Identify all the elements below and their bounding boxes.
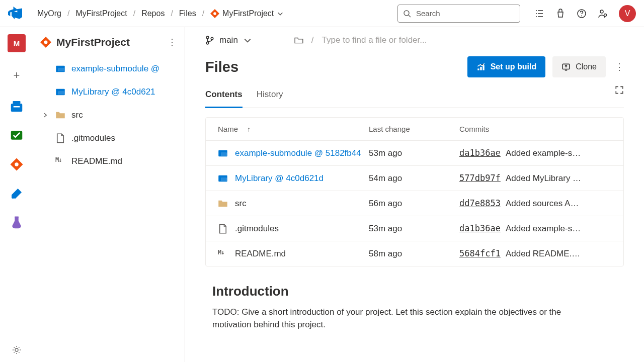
breadcrumb: MyOrg / MyFirstProject / Repos / Files /… bbox=[37, 9, 397, 18]
breadcrumb-repo[interactable]: MyFirstProject bbox=[210, 9, 284, 18]
tab-history[interactable]: History bbox=[257, 85, 283, 108]
commit-hash[interactable]: 5684fcf1 bbox=[459, 248, 501, 258]
work-items-icon[interactable] bbox=[534, 9, 544, 19]
table-row[interactable]: src56m agodd7e8853Added sources A… bbox=[206, 191, 623, 216]
svg-rect-26 bbox=[482, 65, 484, 70]
svg-rect-20 bbox=[58, 92, 64, 95]
svg-rect-8 bbox=[14, 106, 20, 108]
svg-point-5 bbox=[604, 14, 607, 16]
search-input[interactable]: Search bbox=[397, 5, 520, 23]
setup-build-button[interactable]: Set up build bbox=[467, 56, 546, 77]
nav-boards-icon[interactable] bbox=[9, 128, 24, 143]
folder-icon bbox=[294, 36, 303, 45]
commit-hash[interactable]: da1b36ae bbox=[459, 223, 501, 233]
svg-rect-17 bbox=[58, 68, 64, 71]
path-filter-input[interactable]: Type to find a file or folder... bbox=[322, 35, 427, 45]
readme-preview: Introduction TODO: Give a short introduc… bbox=[205, 266, 624, 348]
nav-pipelines-icon[interactable] bbox=[9, 186, 24, 201]
nav-overview-icon[interactable] bbox=[9, 99, 24, 114]
branch-selector[interactable]: main bbox=[205, 35, 252, 45]
submodule-icon bbox=[218, 148, 228, 158]
breadcrumb-subsection[interactable]: Files bbox=[179, 9, 196, 18]
sort-ascending-icon[interactable]: ↑ bbox=[247, 125, 251, 133]
svg-rect-24 bbox=[477, 68, 479, 70]
breadcrumb-project[interactable]: MyFirstProject bbox=[75, 9, 127, 18]
file-icon bbox=[218, 224, 228, 234]
nav-rail: M + bbox=[0, 27, 33, 362]
submodule-icon bbox=[55, 87, 65, 97]
help-icon[interactable] bbox=[577, 9, 587, 19]
fullscreen-icon[interactable] bbox=[615, 85, 624, 95]
svg-point-22 bbox=[206, 42, 209, 44]
folder-icon bbox=[218, 199, 228, 209]
tab-contents[interactable]: Contents bbox=[205, 85, 243, 108]
svg-point-23 bbox=[211, 37, 213, 40]
file-tree: MyFirstProject ⋮ example-submodule @MyLi… bbox=[33, 27, 185, 362]
svg-rect-33 bbox=[221, 177, 226, 180]
nav-add-button[interactable]: + bbox=[8, 66, 26, 84]
avatar[interactable]: V bbox=[619, 5, 636, 22]
tree-item[interactable]: M↓README.md bbox=[33, 150, 185, 173]
nav-repos-icon[interactable] bbox=[9, 157, 24, 172]
svg-rect-6 bbox=[11, 104, 23, 112]
commit-hash[interactable]: 577db97f bbox=[459, 173, 501, 183]
clone-button[interactable]: Clone bbox=[552, 56, 606, 77]
svg-point-0 bbox=[213, 12, 216, 15]
svg-rect-7 bbox=[13, 101, 21, 104]
commit-hash[interactable]: da1b36ae bbox=[459, 148, 501, 158]
svg-rect-30 bbox=[221, 152, 226, 155]
readme-body: TODO: Give a short introduction of your … bbox=[212, 306, 585, 331]
table-row[interactable]: MyLibrary @ 4c0d621d54m ago577db97fAdded… bbox=[206, 166, 623, 191]
table-row[interactable]: .gitmodules53m agoda1b36aeAdded example-… bbox=[206, 216, 623, 241]
repo-more-button[interactable]: ⋮ bbox=[168, 37, 177, 48]
file-table: Name↑ Last change Commits example-submod… bbox=[205, 117, 624, 266]
azure-devops-logo-icon[interactable] bbox=[8, 7, 22, 21]
svg-rect-25 bbox=[480, 67, 481, 70]
page-title: Files bbox=[205, 59, 467, 75]
svg-point-3 bbox=[581, 15, 582, 16]
marketplace-icon[interactable] bbox=[555, 9, 566, 19]
svg-point-14 bbox=[44, 41, 48, 44]
table-row[interactable]: M↓README.md58m ago5684fcf1Added README.… bbox=[206, 241, 623, 266]
svg-point-13 bbox=[15, 348, 18, 351]
markdown-icon: M↓ bbox=[218, 249, 228, 259]
svg-rect-12 bbox=[15, 217, 19, 218]
tree-item[interactable]: src bbox=[33, 104, 185, 127]
nav-project-tile[interactable]: M bbox=[8, 34, 26, 52]
svg-point-1 bbox=[404, 11, 409, 16]
nav-testplans-icon[interactable] bbox=[9, 215, 24, 230]
table-row[interactable]: example-submodule @ 5182fb4453m agoda1b3… bbox=[206, 141, 623, 166]
svg-point-10 bbox=[15, 162, 19, 166]
svg-point-4 bbox=[600, 10, 603, 13]
settings-icon[interactable] bbox=[12, 345, 22, 355]
tree-item[interactable]: MyLibrary @ 4c0d621 bbox=[33, 80, 185, 104]
submodule-icon bbox=[218, 173, 228, 184]
user-settings-icon[interactable] bbox=[598, 9, 608, 19]
tree-item[interactable]: example-submodule @ bbox=[33, 57, 185, 80]
submodule-icon bbox=[55, 64, 65, 74]
commit-hash[interactable]: dd7e8853 bbox=[459, 198, 501, 208]
svg-point-21 bbox=[206, 36, 209, 39]
folder-icon bbox=[55, 110, 65, 120]
repo-title[interactable]: MyFirstProject bbox=[40, 36, 130, 48]
file-icon bbox=[55, 133, 65, 143]
breadcrumb-org[interactable]: MyOrg bbox=[37, 9, 61, 18]
readme-heading: Introduction bbox=[212, 284, 617, 299]
svg-point-11 bbox=[12, 196, 14, 199]
main-content: main / Type to find a file or folder... … bbox=[185, 27, 644, 362]
breadcrumb-section[interactable]: Repos bbox=[141, 9, 165, 18]
markdown-icon: M↓ bbox=[55, 156, 65, 166]
chevron-right-icon[interactable] bbox=[42, 112, 48, 118]
more-actions-button[interactable]: ⋮ bbox=[615, 61, 624, 72]
tree-item[interactable]: .gitmodules bbox=[33, 127, 185, 150]
